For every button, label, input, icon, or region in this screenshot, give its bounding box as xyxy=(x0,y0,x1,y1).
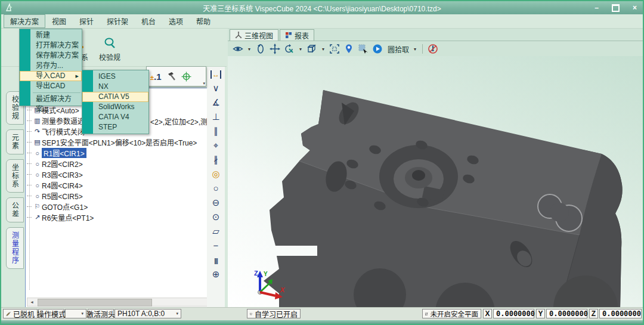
chevron-down-icon[interactable]: ▾ xyxy=(298,44,303,54)
decimal-precision-icon[interactable]: ±.1 xyxy=(150,72,162,82)
submenu-item-catia-v5[interactable]: CATIA V5 xyxy=(82,92,148,102)
tab-coordinate-systems[interactable]: 坐标系 xyxy=(6,159,24,193)
toolbar-overflow-icon[interactable]: ▾ xyxy=(203,81,205,85)
tab-measure-program[interactable]: 测量程序 xyxy=(6,227,24,269)
circle-icon: ○ xyxy=(33,160,42,168)
circle-icon: ○ xyxy=(33,171,42,178)
menu-item-new[interactable]: 新建 xyxy=(20,30,82,41)
menu-item-import-cad[interactable]: 导入CAD ▶ xyxy=(20,71,82,81)
pan-move-icon[interactable] xyxy=(270,44,280,54)
x-axis-label: X xyxy=(280,286,285,293)
operation-mode-dropdown[interactable]: ▾ xyxy=(65,309,86,318)
solution-menu: 新建 打开解决方案 保存解决方案 另存为... 导入CAD ▶ 导出CAD 最近… xyxy=(19,29,82,106)
scrollbar-thumb[interactable] xyxy=(38,299,152,307)
submenu-item-catia-v4[interactable]: CATIA V4 xyxy=(82,112,148,122)
submenu-item-iges[interactable]: IGES xyxy=(82,72,148,82)
measure-mini-toolbar: ±.1 ▾ xyxy=(146,66,206,86)
angle-icon[interactable]: ∨ xyxy=(207,81,225,95)
import-cad-submenu: IGES NX CATIA V5 SolidWorks CATIA V4 STE… xyxy=(82,70,149,134)
location-pin-icon[interactable] xyxy=(343,44,354,54)
tree-item-circle-r5[interactable]: ○ R5圆<CIR5> xyxy=(27,191,219,201)
self-learn-status[interactable]: 自学习已开启 xyxy=(247,309,301,318)
angle-between-icon[interactable]: ∡ xyxy=(207,95,225,110)
visibility-eye-icon[interactable] xyxy=(233,44,243,54)
tree-item-circle-r1[interactable]: ○ R1圆<CIR1> xyxy=(27,148,219,158)
tab-3d-view[interactable]: 三维视图 xyxy=(230,29,278,41)
y-axis-label: Y xyxy=(536,309,545,318)
gauge-check-button[interactable]: 校验规 xyxy=(94,37,125,62)
runout-icon[interactable]: ⊙ xyxy=(207,210,225,224)
tree-item-vector-point[interactable]: ↗ R6矢量点<PT1> xyxy=(27,212,219,222)
menubar: 解决方案 视图 探针 探针架 机台 选项 帮助 xyxy=(1,14,643,29)
box-select-icon[interactable] xyxy=(358,44,369,54)
perpendicularity-icon[interactable]: ⊥ xyxy=(207,110,225,124)
submenu-item-nx[interactable]: NX xyxy=(82,82,148,92)
tab-report[interactable]: 报表 xyxy=(280,29,314,41)
flatness-icon[interactable]: ▱ xyxy=(207,224,225,239)
symmetry-icon[interactable]: ⊖ xyxy=(207,196,225,210)
viewport-panel: 三维视图 报表 ▾ xyxy=(228,29,643,307)
report-icon xyxy=(285,32,292,39)
parallelism-icon[interactable]: ∥ xyxy=(207,124,225,138)
distance-icon[interactable]: ↔ xyxy=(207,67,225,81)
view-rotate-edit-icon[interactable] xyxy=(284,44,295,54)
3d-canvas[interactable]: Z Y X xyxy=(228,56,643,307)
tree-item-goto-point[interactable]: ⚐ GOTO点<G1> xyxy=(27,202,219,212)
menu-view[interactable]: 视图 xyxy=(45,14,73,28)
maximize-icon[interactable] xyxy=(612,4,620,12)
x-coordinate-value: 0.0000000 xyxy=(493,309,534,318)
scroll-left-icon[interactable]: ◄ xyxy=(27,300,36,304)
probe-disabled-icon[interactable] xyxy=(428,44,438,54)
menu-item-open-solution[interactable]: 打开解决方案 xyxy=(20,41,82,51)
menu-machine[interactable]: 机台 xyxy=(135,14,162,28)
submenu-item-solidworks[interactable]: SolidWorks xyxy=(82,102,148,112)
align-target-icon[interactable] xyxy=(181,72,191,82)
chevron-down-icon[interactable]: ▾ xyxy=(247,44,252,54)
position-icon[interactable]: ⌖ xyxy=(207,138,225,153)
menu-solution[interactable]: 解决方案 xyxy=(4,14,45,28)
y-axis-label: Y xyxy=(264,271,268,277)
roundness-icon[interactable]: ○ xyxy=(207,181,225,196)
active-probe-dropdown[interactable]: PH10T A:0,B:0 ▾ xyxy=(114,309,181,318)
close-icon[interactable]: × xyxy=(633,5,637,11)
menu-probe[interactable]: 探针 xyxy=(73,14,100,28)
z-axis-label: Z xyxy=(589,309,598,318)
tab-elements[interactable]: 元素 xyxy=(6,129,24,154)
menu-item-recent-solutions[interactable]: 最近解决方案... xyxy=(20,94,82,104)
circle-icon: ○ xyxy=(33,182,42,189)
cube-view-icon[interactable] xyxy=(306,44,317,54)
tab-tolerance[interactable]: 公差 xyxy=(6,197,24,222)
chevron-down-icon[interactable]: ▾ xyxy=(321,44,326,54)
z-axis-label: Z xyxy=(254,270,258,277)
submenu-item-step[interactable]: STEP xyxy=(82,122,148,132)
menu-help[interactable]: 帮助 xyxy=(190,14,217,28)
tree-item-circle-r3[interactable]: ○ R3圆<CIR3> xyxy=(27,169,219,179)
statusbar: 已脱机 操作模式 ▾ 激活测头 PH10T A:0,B:0 ▾ 自学习已开启 未… xyxy=(1,307,643,320)
menu-item-save-as[interactable]: 另存为... xyxy=(20,61,82,71)
chevron-down-icon[interactable]: ▾ xyxy=(413,44,417,54)
tree-horizontal-scrollbar[interactable]: ◄ ► xyxy=(27,298,219,307)
tree-item-circle-r4[interactable]: ○ R4圆<CIR4> xyxy=(27,180,219,190)
straightness-icon[interactable]: − xyxy=(207,239,225,253)
cylindricity-icon[interactable]: ||| xyxy=(207,253,225,267)
hammer-icon[interactable] xyxy=(166,72,177,82)
chevron-down-icon: ▾ xyxy=(176,311,178,316)
menu-item-export-cad[interactable]: 导出CAD xyxy=(20,81,82,91)
angularity-icon[interactable]: ∦ xyxy=(207,153,225,167)
app-window: 天准三坐标系统 VispecCube 2024 <C:\Users\jiaosi… xyxy=(0,0,644,325)
menu-probe-rack[interactable]: 探针架 xyxy=(100,14,135,28)
tree-item-circle-r2[interactable]: ○ R2圆<CIR2> xyxy=(27,159,219,169)
concentricity-icon[interactable]: ◎ xyxy=(207,167,225,181)
total-runout-icon[interactable]: ⊕ xyxy=(207,267,225,281)
circle-icon: ○ xyxy=(33,193,42,200)
menu-options[interactable]: 选项 xyxy=(162,14,190,28)
tree-item-safety-plane[interactable]: ▤ SEP1安全平面<PLN1>偏移<10>是否启用<True> xyxy=(27,137,219,147)
orbit-rotate-icon[interactable] xyxy=(255,44,266,54)
minimize-icon[interactable]: – xyxy=(595,5,599,11)
safety-plane-status: 未开启安全平面 xyxy=(422,309,481,318)
fit-view-icon[interactable] xyxy=(329,44,340,54)
pick-mode-dropdown[interactable]: 圆拾取 xyxy=(388,44,409,54)
menu-item-save-solution[interactable]: 保存解决方案 xyxy=(20,51,82,61)
viewport-tabs: 三维视图 报表 xyxy=(228,29,643,41)
play-run-icon[interactable] xyxy=(372,44,383,54)
